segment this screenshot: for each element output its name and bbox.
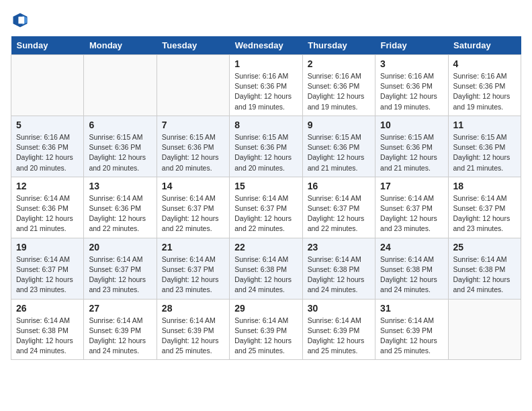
calendar-cell: 22Sunrise: 6:14 AMSunset: 6:38 PMDayligh… [230, 238, 302, 299]
calendar-cell: 31Sunrise: 6:14 AMSunset: 6:39 PMDayligh… [375, 299, 448, 360]
day-number: 3 [380, 58, 443, 69]
calendar-cell: 18Sunrise: 6:14 AMSunset: 6:37 PMDayligh… [448, 177, 521, 238]
calendar-cell [11, 55, 84, 116]
day-number: 1 [234, 58, 297, 69]
calendar-cell: 9Sunrise: 6:15 AMSunset: 6:36 PMDaylight… [302, 116, 375, 177]
calendar-cell [448, 299, 521, 360]
calendar-cell: 16Sunrise: 6:14 AMSunset: 6:37 PMDayligh… [302, 177, 375, 238]
calendar-cell: 19Sunrise: 6:14 AMSunset: 6:37 PMDayligh… [11, 238, 84, 299]
calendar-cell: 20Sunrise: 6:14 AMSunset: 6:37 PMDayligh… [84, 238, 157, 299]
page-header [11, 11, 521, 30]
calendar-header-row: SundayMondayTuesdayWednesdayThursdayFrid… [11, 36, 521, 55]
day-number: 8 [234, 120, 297, 130]
day-info: Sunrise: 6:14 AMSunset: 6:39 PMDaylight:… [380, 316, 443, 357]
weekday-header-thursday: Thursday [302, 36, 375, 55]
calendar-table: SundayMondayTuesdayWednesdayThursdayFrid… [11, 36, 521, 360]
calendar-cell: 4Sunrise: 6:16 AMSunset: 6:36 PMDaylight… [448, 55, 521, 116]
day-info: Sunrise: 6:14 AMSunset: 6:39 PMDaylight:… [234, 316, 297, 357]
calendar-cell: 13Sunrise: 6:14 AMSunset: 6:36 PMDayligh… [84, 177, 157, 238]
day-number: 5 [16, 120, 79, 130]
day-number: 18 [453, 181, 516, 191]
day-info: Sunrise: 6:14 AMSunset: 6:39 PMDaylight:… [308, 316, 370, 357]
day-info: Sunrise: 6:15 AMSunset: 6:36 PMDaylight:… [162, 132, 224, 173]
day-info: Sunrise: 6:16 AMSunset: 6:36 PMDaylight:… [234, 71, 297, 112]
svg-rect-2 [18, 17, 24, 24]
day-info: Sunrise: 6:14 AMSunset: 6:37 PMDaylight:… [308, 193, 370, 234]
calendar-cell: 10Sunrise: 6:15 AMSunset: 6:36 PMDayligh… [375, 116, 448, 177]
day-number: 12 [16, 181, 79, 191]
calendar-cell: 25Sunrise: 6:14 AMSunset: 6:38 PMDayligh… [448, 238, 521, 299]
day-info: Sunrise: 6:15 AMSunset: 6:36 PMDaylight:… [234, 132, 297, 173]
day-number: 19 [16, 242, 79, 253]
day-info: Sunrise: 6:14 AMSunset: 6:37 PMDaylight:… [162, 255, 224, 295]
day-info: Sunrise: 6:14 AMSunset: 6:38 PMDaylight:… [234, 255, 297, 295]
day-info: Sunrise: 6:14 AMSunset: 6:38 PMDaylight:… [16, 316, 79, 357]
day-number: 10 [380, 120, 443, 130]
calendar-week-3: 12Sunrise: 6:14 AMSunset: 6:36 PMDayligh… [11, 177, 521, 238]
day-info: Sunrise: 6:16 AMSunset: 6:36 PMDaylight:… [453, 71, 516, 112]
calendar-cell: 21Sunrise: 6:14 AMSunset: 6:37 PMDayligh… [157, 238, 229, 299]
day-info: Sunrise: 6:14 AMSunset: 6:39 PMDaylight:… [89, 316, 151, 357]
calendar-cell: 11Sunrise: 6:15 AMSunset: 6:36 PMDayligh… [448, 116, 521, 177]
day-info: Sunrise: 6:15 AMSunset: 6:36 PMDaylight:… [308, 132, 370, 173]
weekday-header-sunday: Sunday [11, 36, 84, 55]
day-info: Sunrise: 6:14 AMSunset: 6:38 PMDaylight:… [380, 255, 443, 295]
day-number: 16 [308, 181, 370, 191]
logo [11, 11, 32, 30]
weekday-header-wednesday: Wednesday [230, 36, 302, 55]
calendar-week-1: 1Sunrise: 6:16 AMSunset: 6:36 PMDaylight… [11, 55, 521, 116]
day-number: 6 [89, 120, 151, 130]
calendar-week-2: 5Sunrise: 6:16 AMSunset: 6:36 PMDaylight… [11, 116, 521, 177]
day-number: 24 [380, 242, 443, 253]
calendar-cell: 1Sunrise: 6:16 AMSunset: 6:36 PMDaylight… [230, 55, 302, 116]
calendar-cell: 23Sunrise: 6:14 AMSunset: 6:38 PMDayligh… [302, 238, 375, 299]
calendar-cell: 3Sunrise: 6:16 AMSunset: 6:36 PMDaylight… [375, 55, 448, 116]
day-number: 27 [89, 303, 151, 314]
weekday-header-saturday: Saturday [448, 36, 521, 55]
calendar-week-4: 19Sunrise: 6:14 AMSunset: 6:37 PMDayligh… [11, 238, 521, 299]
day-number: 14 [162, 181, 224, 191]
day-info: Sunrise: 6:14 AMSunset: 6:38 PMDaylight:… [308, 255, 370, 295]
calendar-cell: 8Sunrise: 6:15 AMSunset: 6:36 PMDaylight… [230, 116, 302, 177]
day-info: Sunrise: 6:14 AMSunset: 6:37 PMDaylight:… [16, 255, 79, 295]
calendar-cell: 2Sunrise: 6:16 AMSunset: 6:36 PMDaylight… [302, 55, 375, 116]
day-number: 25 [453, 242, 516, 253]
day-number: 13 [89, 181, 151, 191]
day-info: Sunrise: 6:14 AMSunset: 6:37 PMDaylight:… [380, 193, 443, 234]
day-number: 21 [162, 242, 224, 253]
day-number: 31 [380, 303, 443, 314]
day-info: Sunrise: 6:14 AMSunset: 6:37 PMDaylight:… [453, 193, 516, 234]
calendar-cell: 15Sunrise: 6:14 AMSunset: 6:37 PMDayligh… [230, 177, 302, 238]
calendar-cell: 28Sunrise: 6:14 AMSunset: 6:39 PMDayligh… [157, 299, 229, 360]
day-info: Sunrise: 6:14 AMSunset: 6:37 PMDaylight:… [89, 255, 151, 295]
weekday-header-friday: Friday [375, 36, 448, 55]
day-number: 15 [234, 181, 297, 191]
day-number: 20 [89, 242, 151, 253]
day-info: Sunrise: 6:14 AMSunset: 6:36 PMDaylight:… [16, 193, 79, 234]
weekday-header-tuesday: Tuesday [157, 36, 229, 55]
calendar-cell: 29Sunrise: 6:14 AMSunset: 6:39 PMDayligh… [230, 299, 302, 360]
day-number: 4 [453, 58, 516, 69]
calendar-cell: 5Sunrise: 6:16 AMSunset: 6:36 PMDaylight… [11, 116, 84, 177]
day-number: 22 [234, 242, 297, 253]
day-number: 9 [308, 120, 370, 130]
calendar-cell: 26Sunrise: 6:14 AMSunset: 6:38 PMDayligh… [11, 299, 84, 360]
calendar-cell [84, 55, 157, 116]
day-number: 30 [308, 303, 370, 314]
day-info: Sunrise: 6:15 AMSunset: 6:36 PMDaylight:… [89, 132, 151, 173]
calendar-cell: 24Sunrise: 6:14 AMSunset: 6:38 PMDayligh… [375, 238, 448, 299]
day-info: Sunrise: 6:14 AMSunset: 6:36 PMDaylight:… [89, 193, 151, 234]
day-number: 29 [234, 303, 297, 314]
day-info: Sunrise: 6:15 AMSunset: 6:36 PMDaylight:… [453, 132, 516, 173]
calendar-cell: 14Sunrise: 6:14 AMSunset: 6:37 PMDayligh… [157, 177, 229, 238]
day-info: Sunrise: 6:16 AMSunset: 6:36 PMDaylight:… [308, 71, 370, 112]
calendar-cell: 30Sunrise: 6:14 AMSunset: 6:39 PMDayligh… [302, 299, 375, 360]
day-info: Sunrise: 6:16 AMSunset: 6:36 PMDaylight:… [380, 71, 443, 112]
day-info: Sunrise: 6:15 AMSunset: 6:36 PMDaylight:… [380, 132, 443, 173]
day-number: 17 [380, 181, 443, 191]
calendar-cell: 6Sunrise: 6:15 AMSunset: 6:36 PMDaylight… [84, 116, 157, 177]
calendar-cell: 12Sunrise: 6:14 AMSunset: 6:36 PMDayligh… [11, 177, 84, 238]
day-number: 26 [16, 303, 79, 314]
day-number: 7 [162, 120, 224, 130]
day-info: Sunrise: 6:14 AMSunset: 6:39 PMDaylight:… [162, 316, 224, 357]
